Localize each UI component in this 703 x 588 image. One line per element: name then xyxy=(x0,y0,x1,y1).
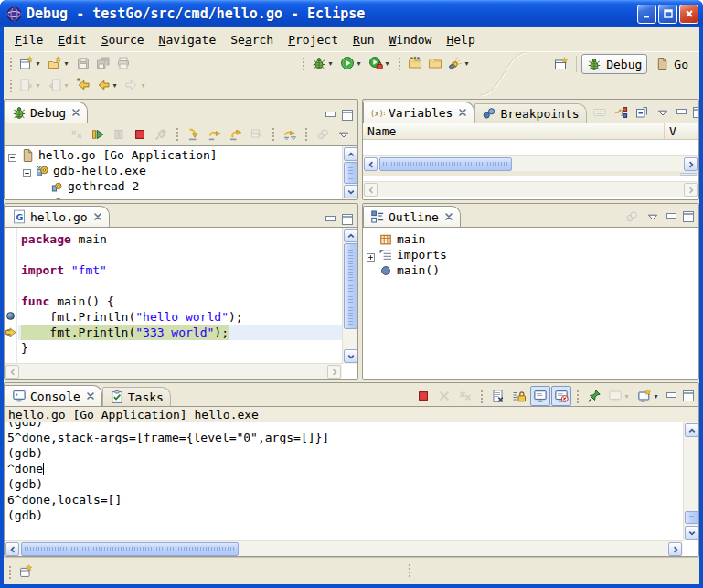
instruction-pointer-marker[interactable] xyxy=(5,327,16,337)
minimize-view-icon[interactable] xyxy=(324,212,338,227)
maximize-view-icon[interactable] xyxy=(681,209,696,224)
scroll-lock-button[interactable] xyxy=(509,386,529,406)
menu-search[interactable]: Search xyxy=(223,30,281,49)
expander-icon[interactable] xyxy=(367,251,375,259)
use-step-filters-button[interactable] xyxy=(280,124,300,144)
tab-breakpoints[interactable]: Breakpoints xyxy=(474,103,586,123)
tab-hello-go[interactable]: G hello.go xyxy=(5,206,110,227)
close-tab-icon[interactable] xyxy=(71,108,80,117)
window-titlebar[interactable]: Debug - testGo/src/cmd/hello.go - Eclips… xyxy=(0,0,703,27)
terminate-button[interactable] xyxy=(413,386,433,406)
editor-vscrollbar[interactable] xyxy=(342,228,357,364)
menu-help[interactable]: Help xyxy=(439,30,482,49)
pin-console-button[interactable] xyxy=(584,386,604,406)
column-value[interactable]: V xyxy=(665,123,698,139)
open-folder-button[interactable] xyxy=(425,53,445,73)
minimize-view-icon[interactable] xyxy=(665,209,679,224)
detail-pane-sash[interactable] xyxy=(363,171,698,176)
scroll-down-button[interactable] xyxy=(344,185,357,198)
scroll-left-button[interactable] xyxy=(5,542,19,556)
open-perspective-button[interactable] xyxy=(551,54,571,74)
close-tab-icon[interactable] xyxy=(86,391,95,401)
close-tab-icon[interactable] xyxy=(93,212,102,221)
scroll-right-button[interactable] xyxy=(684,157,698,171)
menu-window[interactable]: Window xyxy=(381,30,439,49)
code-line[interactable]: fmt.Println("333 world"); xyxy=(18,325,342,340)
dropdown-arrow-icon[interactable]: ▾ xyxy=(62,59,70,68)
close-tab-icon[interactable] xyxy=(458,108,467,117)
dropdown-arrow-icon[interactable]: ▾ xyxy=(34,59,42,68)
tree-item-hello-go-go-application[interactable]: hello.go [Go Application] xyxy=(5,147,342,163)
menu-file[interactable]: File xyxy=(7,30,50,49)
scroll-down-button[interactable] xyxy=(685,526,698,540)
variables-hscrollbar[interactable] xyxy=(363,155,698,171)
close-tab-icon[interactable] xyxy=(444,212,453,221)
code-line[interactable] xyxy=(18,247,342,262)
scroll-up-button[interactable] xyxy=(344,147,357,161)
step-return-button[interactable] xyxy=(226,124,246,144)
tab-debug[interactable]: Debug xyxy=(5,102,88,123)
show-stdout-button[interactable] xyxy=(530,386,550,406)
scroll-thumb[interactable] xyxy=(344,243,357,329)
show-logical-structure-button[interactable] xyxy=(611,102,631,123)
minimize-view-icon[interactable] xyxy=(675,105,689,120)
scroll-right-button[interactable] xyxy=(668,542,682,556)
tree-item-imports[interactable]: imports xyxy=(363,247,698,262)
perspective-debug-button[interactable]: Debug xyxy=(581,54,647,74)
perspective-go-button[interactable]: Go xyxy=(649,54,694,74)
column-name[interactable]: Name xyxy=(363,123,665,139)
collapse-all-button[interactable] xyxy=(632,102,652,123)
dropdown-arrow-icon[interactable]: ▾ xyxy=(463,59,471,68)
menu-run[interactable]: Run xyxy=(346,30,381,49)
scroll-left-button[interactable] xyxy=(364,157,378,171)
resume-button[interactable] xyxy=(88,124,108,144)
new-wizard-button[interactable]: ▾ xyxy=(16,53,45,73)
code-line[interactable]: func main() { xyxy=(18,294,342,309)
scroll-up-button[interactable] xyxy=(344,229,357,242)
menu-source[interactable]: Source xyxy=(94,30,152,49)
menu-edit[interactable]: Edit xyxy=(50,30,93,49)
dropdown-arrow-icon[interactable]: ▾ xyxy=(383,59,391,68)
menu-navigate[interactable]: Navigate xyxy=(152,30,224,49)
code-line[interactable]: package main xyxy=(18,231,342,247)
expander-icon[interactable] xyxy=(8,151,16,159)
terminate-button[interactable] xyxy=(130,124,150,144)
run-launch-button[interactable]: ▾ xyxy=(337,53,366,73)
editor-gutter[interactable] xyxy=(5,228,17,364)
code-line[interactable] xyxy=(18,278,342,294)
view-menu-button[interactable] xyxy=(334,124,354,144)
expander-icon[interactable] xyxy=(23,166,31,175)
debug-vscrollbar[interactable] xyxy=(342,146,357,199)
dropdown-arrow-icon[interactable]: ▾ xyxy=(326,59,335,68)
close-button[interactable] xyxy=(679,5,698,24)
menu-project[interactable]: Project xyxy=(281,30,346,49)
console-hscrollbar[interactable] xyxy=(5,540,683,556)
step-over-button[interactable] xyxy=(205,124,225,144)
code-line[interactable]: } xyxy=(18,340,342,356)
scroll-thumb[interactable] xyxy=(344,162,357,184)
view-menu-button[interactable] xyxy=(653,102,673,123)
dropdown-arrow-icon[interactable]: ▾ xyxy=(111,81,119,90)
search-flashlight-button[interactable]: ▾ xyxy=(445,53,474,73)
show-stderr-button[interactable] xyxy=(551,386,571,406)
console-output[interactable]: (gdb)5^done,stack-args=[frame={level="0"… xyxy=(5,422,683,540)
scroll-thumb[interactable] xyxy=(685,511,698,524)
run-last-button[interactable]: ▾ xyxy=(366,53,394,73)
maximize-view-icon[interactable] xyxy=(681,389,696,403)
last-edit-location-button[interactable]: * xyxy=(73,75,93,95)
step-into-button[interactable] xyxy=(184,124,204,144)
maximize-view-icon[interactable] xyxy=(691,105,699,120)
maximize-view-icon[interactable] xyxy=(340,108,355,123)
tree-item-gothread-2[interactable]: gothread-2 xyxy=(5,178,342,194)
code-line[interactable]: fmt.Println("hello world"); xyxy=(18,309,342,325)
clear-console-button[interactable] xyxy=(488,386,508,406)
breakpoint-marker[interactable] xyxy=(6,312,15,320)
console-vscrollbar[interactable] xyxy=(683,422,698,540)
code-area[interactable]: package main import "fmt" func main() { … xyxy=(18,228,342,364)
maximize-view-icon[interactable] xyxy=(340,212,355,227)
maximize-button[interactable] xyxy=(658,5,677,24)
tree-item-main[interactable]: main xyxy=(363,231,698,247)
scroll-thumb[interactable] xyxy=(379,157,512,171)
tab-variables[interactable]: (x)= Variables xyxy=(363,102,474,123)
tree-item[interactable] xyxy=(5,194,342,199)
